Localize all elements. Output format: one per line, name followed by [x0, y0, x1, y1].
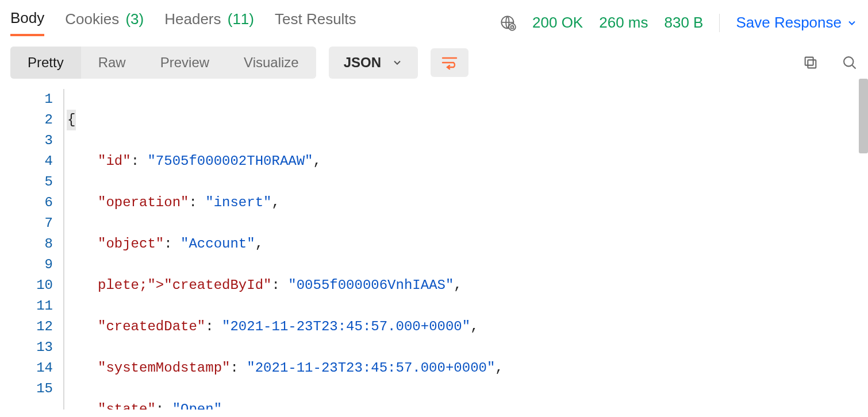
wrap-icon: [441, 55, 458, 70]
wrap-lines-button[interactable]: [431, 48, 468, 77]
val: 2021-11-23T23:45:57.000+0000: [230, 319, 462, 334]
network-icon[interactable]: [500, 15, 516, 31]
line-gutter: 1 2 3 4 5 6 7 8 9 10 11 12 13 14 15: [0, 89, 63, 410]
line-number: 8: [0, 234, 53, 254]
line-number: 2: [0, 110, 53, 130]
line-number: 12: [0, 316, 53, 337]
tab-headers-label: Headers: [164, 10, 221, 28]
view-raw[interactable]: Raw: [81, 47, 143, 79]
status-code: 200 OK: [532, 14, 583, 32]
key: id: [106, 153, 122, 169]
line-number: 4: [0, 151, 53, 172]
format-dropdown[interactable]: JSON: [329, 47, 418, 79]
svg-rect-3: [805, 57, 813, 65]
line-number: 9: [0, 254, 53, 275]
key: createdDate: [106, 319, 197, 334]
search-button[interactable]: [842, 55, 858, 71]
body-toolbar: Pretty Raw Preview Visualize JSON: [0, 36, 868, 79]
view-preview[interactable]: Preview: [143, 47, 226, 79]
line-number: 7: [0, 213, 53, 234]
val: insert: [214, 195, 263, 210]
line-number: 5: [0, 172, 53, 192]
status-time: 260 ms: [599, 14, 648, 32]
line-number: 10: [0, 275, 53, 296]
response-meta: 200 OK 260 ms 830 B Save Response: [500, 14, 858, 32]
view-mode-segmented: Pretty Raw Preview Visualize: [10, 47, 316, 79]
line-number: 13: [0, 337, 53, 358]
tab-headers-count: (11): [228, 10, 254, 28]
scrollbar[interactable]: [859, 79, 868, 410]
line-number: 14: [0, 358, 53, 379]
line-number: 3: [0, 130, 53, 151]
svg-point-1: [509, 24, 516, 30]
line-number: 1: [0, 89, 53, 110]
status-size: 830 B: [664, 14, 703, 32]
key: systemModstamp: [106, 360, 222, 376]
response-tabs: Body Cookies (3) Headers (11) Test Resul…: [10, 9, 356, 36]
view-visualize[interactable]: Visualize: [226, 47, 316, 79]
copy-button[interactable]: [802, 55, 819, 71]
chevron-down-icon: [846, 17, 858, 29]
val: 2021-11-23T23:45:57.000+0000: [255, 360, 487, 376]
key: state: [106, 401, 147, 410]
line-number: 11: [0, 296, 53, 316]
svg-point-4: [844, 57, 853, 66]
val: Account: [189, 236, 247, 252]
tab-headers[interactable]: Headers (11): [164, 10, 254, 35]
val: Open: [180, 401, 214, 410]
svg-rect-2: [808, 60, 816, 68]
tab-body[interactable]: Body: [10, 9, 44, 36]
scrollbar-thumb[interactable]: [859, 79, 868, 153]
chevron-down-icon: [391, 57, 403, 68]
line-number: 6: [0, 192, 53, 213]
tab-cookies[interactable]: Cookies (3): [65, 10, 144, 35]
response-tabs-row: Body Cookies (3) Headers (11) Test Resul…: [0, 0, 868, 36]
val: 0055f000006VnhIAAS: [297, 277, 445, 293]
tab-cookies-label: Cookies: [65, 10, 119, 28]
key: operation: [106, 195, 180, 210]
divider: [719, 14, 720, 32]
tab-test-results[interactable]: Test Results: [275, 10, 356, 35]
key: object: [106, 236, 155, 252]
tab-cookies-count: (3): [125, 10, 144, 28]
body-toolbar-right: [802, 55, 858, 71]
save-response-button[interactable]: Save Response: [736, 14, 858, 32]
format-dropdown-label: JSON: [344, 55, 381, 71]
response-body-viewer: 1 2 3 4 5 6 7 8 9 10 11 12 13 14 15 { "i…: [0, 79, 868, 410]
view-pretty[interactable]: Pretty: [10, 47, 81, 79]
line-number: 15: [0, 379, 53, 399]
json-text[interactable]: { "id": "7505f000002TH0RAAW", "operation…: [63, 89, 868, 410]
save-response-label: Save Response: [736, 14, 842, 32]
key: createdById: [172, 277, 263, 293]
val: 7505f000002TH0RAAW: [156, 153, 305, 169]
